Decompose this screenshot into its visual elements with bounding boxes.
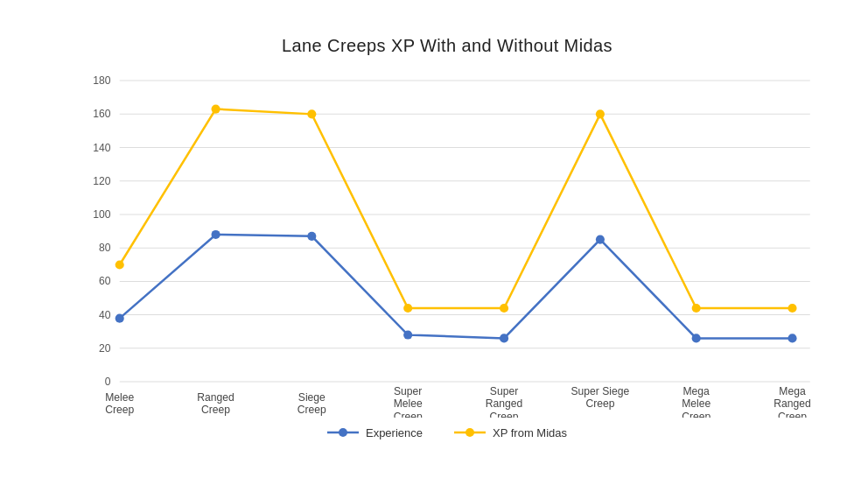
svg-text:Mega: Mega (779, 385, 806, 397)
midas-dot-1 (212, 105, 220, 114)
svg-text:120: 120 (93, 175, 110, 187)
chart-legend: Experience XP from Midas (66, 426, 828, 439)
chart-svg: 180 160 140 120 100 80 60 40 20 0 (66, 72, 828, 418)
svg-text:Creep: Creep (585, 397, 614, 410)
svg-text:Ranged: Ranged (486, 397, 522, 410)
svg-text:80: 80 (99, 242, 111, 254)
svg-text:100: 100 (93, 208, 110, 221)
exp-dot-3 (403, 330, 412, 339)
chart-container: Lane Creeps XP With and Without Midas 18… (14, 10, 854, 482)
svg-text:Creep: Creep (682, 411, 710, 418)
midas-dot-5 (596, 109, 605, 118)
svg-text:60: 60 (99, 275, 111, 287)
exp-dot-0 (116, 314, 124, 323)
legend-midas-label: XP from Midas (493, 426, 567, 439)
svg-text:0: 0 (105, 376, 111, 388)
svg-text:Creep: Creep (201, 404, 230, 416)
svg-point-41 (339, 428, 347, 437)
svg-text:20: 20 (99, 342, 111, 355)
svg-text:Ranged: Ranged (774, 397, 810, 410)
svg-text:Ranged: Ranged (197, 391, 234, 404)
chart-area: 180 160 140 120 100 80 60 40 20 0 (66, 72, 828, 418)
svg-text:Creep: Creep (778, 411, 807, 418)
svg-text:Mega: Mega (682, 385, 710, 397)
midas-dot-0 (116, 260, 124, 269)
midas-dot-3 (403, 304, 412, 313)
midas-line (120, 109, 793, 308)
midas-dot-7 (788, 304, 796, 313)
exp-dot-7 (788, 334, 796, 342)
svg-text:Creep: Creep (394, 411, 423, 418)
legend-experience: Experience (327, 426, 423, 439)
svg-text:Melee: Melee (394, 397, 423, 410)
exp-dot-5 (596, 235, 605, 244)
svg-text:Creep: Creep (490, 411, 519, 418)
svg-text:Melee: Melee (682, 397, 710, 410)
svg-text:180: 180 (93, 74, 110, 87)
svg-text:Super: Super (490, 385, 518, 397)
legend-experience-label: Experience (366, 426, 423, 439)
svg-text:Melee: Melee (105, 391, 134, 404)
midas-dot-4 (500, 304, 508, 313)
chart-title: Lane Creeps XP With and Without Midas (66, 36, 828, 56)
svg-text:140: 140 (93, 142, 110, 154)
midas-dot-2 (307, 109, 316, 118)
experience-line (120, 235, 793, 338)
svg-text:Super: Super (394, 385, 422, 397)
exp-dot-4 (500, 334, 508, 342)
svg-text:Creep: Creep (105, 404, 134, 416)
exp-dot-1 (212, 230, 220, 239)
midas-dot-6 (692, 304, 701, 313)
svg-text:Creep: Creep (298, 404, 326, 416)
legend-midas: XP from Midas (454, 426, 567, 439)
exp-dot-6 (692, 334, 701, 342)
svg-text:160: 160 (93, 108, 110, 120)
svg-text:Siege: Siege (298, 391, 326, 404)
svg-text:Super Siege: Super Siege (571, 385, 630, 397)
svg-text:40: 40 (99, 309, 111, 321)
svg-point-43 (466, 428, 474, 437)
exp-dot-2 (307, 232, 316, 241)
